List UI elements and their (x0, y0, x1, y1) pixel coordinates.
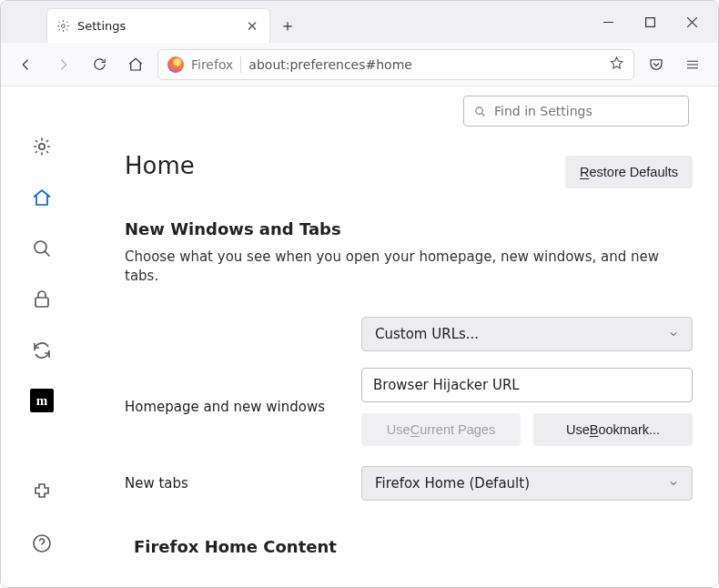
svg-line-15 (481, 113, 484, 116)
svg-rect-11 (35, 298, 48, 307)
window-controls (587, 1, 718, 43)
sidebar-home-icon[interactable] (29, 185, 55, 210)
search-placeholder: Find in Settings (494, 104, 592, 118)
use-current-pages-button[interactable]: Use Current Pages (361, 413, 521, 446)
newtabs-label: New tabs (125, 475, 361, 492)
restore-defaults-button[interactable]: Restore Defaults (565, 156, 693, 188)
reload-button[interactable] (85, 50, 114, 79)
url-prefix: Firefox (191, 57, 233, 72)
svg-point-13 (41, 547, 42, 548)
svg-rect-2 (645, 17, 654, 26)
settings-sidebar: m (1, 86, 83, 587)
pocket-button[interactable] (642, 50, 671, 79)
homepage-label: Homepage and new windows (125, 399, 361, 415)
homepage-url-value: Browser Hijacker URL (373, 377, 520, 393)
newtabs-select[interactable]: Firefox Home (Default) (361, 466, 693, 501)
browser-tab[interactable]: Settings ✕ (46, 8, 270, 43)
chevron-down-icon (668, 329, 679, 340)
gear-icon (56, 19, 70, 33)
svg-point-8 (39, 144, 45, 149)
settings-main: Find in Settings Home Restore Defaults N… (83, 86, 718, 587)
sidebar-privacy-icon[interactable] (29, 287, 55, 312)
home-button[interactable] (121, 50, 150, 79)
firefox-logo-icon (167, 56, 184, 73)
sidebar-help-icon[interactable] (29, 531, 55, 556)
svg-line-10 (45, 251, 49, 256)
url-path: about:preferences#home (248, 57, 602, 72)
homepage-url-input[interactable]: Browser Hijacker URL (361, 368, 693, 402)
sidebar-mozilla-icon[interactable]: m (30, 389, 54, 412)
forward-button[interactable] (48, 50, 77, 79)
settings-search-input[interactable]: Find in Settings (463, 96, 689, 127)
homepage-mode-value: Custom URLs... (375, 326, 479, 342)
section-new-windows-heading: New Windows and Tabs (125, 219, 693, 238)
section-description: Choose what you see when you open your h… (125, 248, 693, 286)
close-window-button[interactable] (671, 1, 713, 43)
chevron-down-icon (668, 478, 679, 489)
use-bookmark-button[interactable]: Use Bookmark... (533, 413, 693, 446)
maximize-button[interactable] (629, 1, 671, 43)
homepage-mode-select[interactable]: Custom URLs... (361, 317, 693, 351)
newtabs-value: Firefox Home (Default) (375, 475, 530, 492)
section-firefox-home-heading: Firefox Home Content (125, 537, 693, 556)
sidebar-search-icon[interactable] (29, 236, 55, 261)
url-divider (240, 56, 241, 73)
svg-point-14 (476, 106, 483, 114)
sidebar-sync-icon[interactable] (29, 338, 55, 363)
titlebar: Settings ✕ ＋ (1, 1, 718, 43)
sidebar-general-icon[interactable] (29, 134, 55, 159)
close-tab-icon[interactable]: ✕ (244, 18, 260, 35)
app-menu-button[interactable] (678, 50, 707, 79)
svg-point-0 (62, 25, 66, 28)
new-tab-button[interactable]: ＋ (270, 8, 305, 43)
browser-toolbar: Firefox about:preferences#home (1, 43, 718, 86)
bookmark-star-icon[interactable] (609, 56, 624, 74)
url-bar[interactable]: Firefox about:preferences#home (157, 49, 634, 80)
sidebar-extensions-icon[interactable] (29, 480, 55, 505)
tab-title: Settings (77, 19, 237, 33)
content-area: m Find in Settings Home Restore Defaults… (1, 86, 718, 587)
minimize-button[interactable] (587, 1, 629, 43)
back-button[interactable] (12, 50, 41, 79)
svg-point-9 (35, 241, 46, 253)
